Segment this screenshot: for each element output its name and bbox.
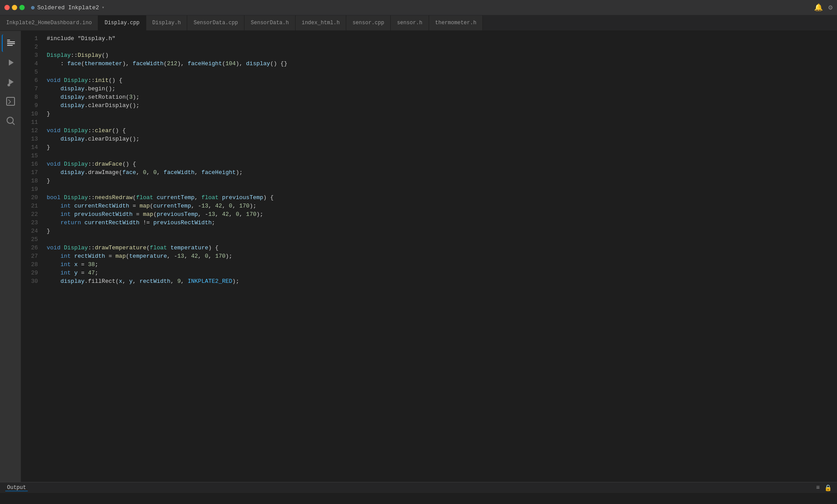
line-number-9: 9 xyxy=(21,101,38,110)
tab-bar: Inkplate2_HomeDashboard.inoDisplay.cppDi… xyxy=(0,15,837,31)
code-line-3: Display::Display() xyxy=(47,51,837,59)
line-number-11: 11 xyxy=(21,118,38,126)
activity-bar xyxy=(0,31,21,482)
close-button[interactable] xyxy=(4,5,10,10)
tab-sensordata-h[interactable]: SensorData.h xyxy=(244,15,295,30)
svg-rect-2 xyxy=(7,43,15,44)
code-line-1: #include "Display.h" xyxy=(47,34,837,43)
code-line-11 xyxy=(47,118,837,126)
svg-line-9 xyxy=(12,123,15,125)
code-line-9: display.clearDisplay(); xyxy=(47,101,837,110)
project-icon: ⊕ xyxy=(31,4,34,11)
code-line-17: display.drawImage(face, 0, 0, faceWidth,… xyxy=(47,168,837,177)
svg-marker-4 xyxy=(9,59,14,66)
line-number-7: 7 xyxy=(21,85,38,93)
panel-list-icon[interactable]: ≡ xyxy=(816,484,820,492)
code-line-22: int previousRectWidth = map(previousTemp… xyxy=(47,210,837,219)
code-line-12: void Display::clear() { xyxy=(47,126,837,135)
code-line-26: void Display::drawTemperature(float temp… xyxy=(47,244,837,252)
line-number-8: 8 xyxy=(21,93,38,101)
line-number-25: 25 xyxy=(21,235,38,244)
svg-point-6 xyxy=(7,84,10,86)
code-line-28: int x = 38; xyxy=(47,260,837,269)
code-line-24: } xyxy=(47,227,837,235)
line-number-16: 16 xyxy=(21,160,38,168)
code-editor: 1234567891011121314151617181920212223242… xyxy=(21,31,837,482)
panel-bar: Output ≡ 🔒 xyxy=(0,482,837,493)
code-line-13: display.clearDisplay(); xyxy=(47,135,837,143)
code-line-25 xyxy=(47,235,837,244)
tab-thermometer-h[interactable]: thermometer.h xyxy=(429,15,483,30)
line-number-3: 3 xyxy=(21,51,38,59)
line-number-4: 4 xyxy=(21,59,38,68)
tab-display-h[interactable]: Display.h xyxy=(146,15,188,30)
output-tab[interactable]: Output xyxy=(5,485,28,491)
line-number-24: 24 xyxy=(21,227,38,235)
line-number-6: 6 xyxy=(21,76,38,85)
line-number-27: 27 xyxy=(21,252,38,260)
code-line-5 xyxy=(47,68,837,76)
line-number-17: 17 xyxy=(21,168,38,177)
line-number-19: 19 xyxy=(21,185,38,193)
line-number-18: 18 xyxy=(21,177,38,185)
code-line-27: int rectWidth = map(temperature, -13, 42… xyxy=(47,252,837,260)
code-line-14: } xyxy=(47,143,837,152)
minimize-button[interactable] xyxy=(12,5,17,10)
line-number-21: 21 xyxy=(21,202,38,210)
code-line-7: display.begin(); xyxy=(47,85,837,93)
tab-display-cpp[interactable]: Display.cpp xyxy=(98,15,146,30)
code-line-20: bool Display::needsRedraw(float currentT… xyxy=(47,193,837,202)
svg-point-8 xyxy=(7,117,13,123)
code-line-21: int currentRectWidth = map(currentTemp, … xyxy=(47,202,837,210)
maximize-button[interactable] xyxy=(19,5,25,10)
activity-run[interactable] xyxy=(2,54,19,71)
line-number-30: 30 xyxy=(21,277,38,285)
tab-sensor-h[interactable]: sensor.h xyxy=(391,15,429,30)
code-line-10: } xyxy=(47,110,837,118)
code-line-2 xyxy=(47,43,837,51)
project-name: Soldered Inkplate2 xyxy=(37,4,99,11)
output-panel-area xyxy=(0,493,837,504)
line-number-2: 2 xyxy=(21,43,38,51)
window-controls xyxy=(4,5,25,10)
editor-area: 1234567891011121314151617181920212223242… xyxy=(21,31,837,482)
line-number-29: 29 xyxy=(21,269,38,277)
tab-index-html-h[interactable]: index_html.h xyxy=(296,15,346,30)
code-line-18: } xyxy=(47,177,837,185)
code-line-15 xyxy=(47,152,837,160)
activity-search[interactable] xyxy=(2,112,19,130)
line-number-14: 14 xyxy=(21,143,38,152)
line-number-10: 10 xyxy=(21,110,38,118)
activity-run2[interactable] xyxy=(2,73,19,91)
settings-icon[interactable]: ⚙ xyxy=(828,3,833,12)
line-number-26: 26 xyxy=(21,244,38,252)
line-number-23: 23 xyxy=(21,219,38,227)
line-number-5: 5 xyxy=(21,68,38,76)
bell-icon[interactable]: 🔔 xyxy=(814,3,823,12)
code-line-30: display.fillRect(x, y, rectWidth, 9, INK… xyxy=(47,277,837,285)
activity-serial[interactable] xyxy=(2,93,19,110)
project-selector[interactable]: ⊕ Soldered Inkplate2 ▾ xyxy=(31,4,104,11)
tab-inkplate2-homedashboard[interactable]: Inkplate2_HomeDashboard.ino xyxy=(0,15,98,30)
code-content[interactable]: #include "Display.h" Display::Display() … xyxy=(43,31,837,482)
code-line-6: void Display::init() { xyxy=(47,76,837,85)
tab-sensor-cpp[interactable]: sensor.cpp xyxy=(346,15,391,30)
title-bar: ⊕ Soldered Inkplate2 ▾ 🔔 ⚙ xyxy=(0,0,837,15)
line-number-20: 20 xyxy=(21,193,38,202)
line-number-1: 1 xyxy=(21,34,38,43)
activity-explorer[interactable] xyxy=(2,34,19,52)
line-number-12: 12 xyxy=(21,126,38,135)
code-line-8: display.setRotation(3); xyxy=(47,93,837,101)
tab-sensordata-cpp[interactable]: SensorData.cpp xyxy=(187,15,244,30)
line-number-28: 28 xyxy=(21,260,38,269)
dropdown-icon: ▾ xyxy=(102,5,104,10)
code-line-23: return currentRectWidth != previousRectW… xyxy=(47,219,837,227)
line-numbers: 1234567891011121314151617181920212223242… xyxy=(21,31,43,482)
line-number-22: 22 xyxy=(21,210,38,219)
code-line-19 xyxy=(47,185,837,193)
svg-rect-0 xyxy=(7,40,10,41)
svg-rect-1 xyxy=(7,41,15,42)
code-line-29: int y = 47; xyxy=(47,269,837,277)
panel-lock-icon[interactable]: 🔒 xyxy=(824,484,832,492)
svg-rect-3 xyxy=(7,45,13,46)
